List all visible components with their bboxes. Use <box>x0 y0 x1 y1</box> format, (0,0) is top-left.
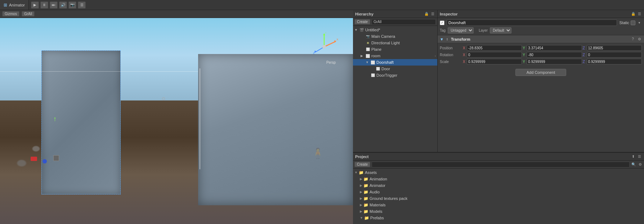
pos-z-input[interactable] <box>587 45 642 51</box>
ground-textures-arrow: ▶ <box>360 197 362 200</box>
hierarchy-create-btn[interactable]: Create <box>354 19 370 24</box>
all-button[interactable]: GrAll <box>22 11 35 17</box>
project-icon2[interactable]: ☰ <box>637 154 642 159</box>
top-bar: ⊞ Animator ▶ ⏸ ⏭ 🔊 📷 ☰ <box>0 0 644 10</box>
toolbar-btn-5[interactable]: 📷 <box>68 1 76 9</box>
project-item-materials[interactable]: ▶ 📁 Materials <box>353 202 644 208</box>
pos-y-input[interactable] <box>527 45 582 51</box>
pos-y-field: Y <box>523 45 582 51</box>
animation-arrow: ▶ <box>360 177 362 181</box>
rot-z-input[interactable] <box>587 52 642 58</box>
hierarchy-menu-icon[interactable]: ☰ <box>430 12 435 17</box>
project-search-icon[interactable]: 🔍 <box>631 162 636 167</box>
transform-component-header[interactable]: ▼ ↕ Transform ? ⚙ <box>438 35 644 43</box>
project-item-audio[interactable]: ▶ 📁 Audio <box>353 189 644 195</box>
toolbar-btn-4[interactable]: 🔊 <box>59 1 67 9</box>
object-active-checkbox[interactable]: ✓ <box>440 21 444 25</box>
hierarchy-item-room[interactable]: ▶ ⬜ room › <box>353 53 437 59</box>
hierarchy-item-main-camera[interactable]: 📷 Main Camera <box>353 33 437 40</box>
static-label: Static <box>619 21 629 25</box>
obj-blue <box>43 159 47 163</box>
scale-z-input[interactable] <box>587 59 642 64</box>
animator-tab-label: Animator <box>9 3 25 7</box>
project-item-animator[interactable]: ▶ 📁 Animator <box>353 182 644 189</box>
gizmos-button[interactable]: Gizmos <box>2 11 19 17</box>
project-item-models[interactable]: ▶ 📁 Models <box>353 208 644 215</box>
tag-select[interactable]: Untagged <box>448 27 474 33</box>
position-row: Position X Y Z <box>440 45 642 51</box>
tag-layer-row: Tag Untagged Layer Default <box>440 27 642 33</box>
static-dropdown-icon[interactable]: ▼ <box>637 20 642 25</box>
scene-panel: Gizmos GrAll ↑ 🧍 <box>0 10 353 224</box>
right-panels: Hierarchy 🔒 ☰ Create ▼ 🎬 Untitled* <box>353 10 644 224</box>
scale-y-input[interactable] <box>527 59 582 64</box>
animator-tab[interactable]: ⊞ Animator <box>0 0 29 10</box>
transform-gizmo[interactable]: Y X Z <box>310 32 339 61</box>
toolbar-btn-6[interactable]: ☰ <box>78 1 86 9</box>
pos-x-field: X <box>463 45 522 51</box>
toolbar-btn-3[interactable]: ⏭ <box>50 1 58 9</box>
move-arrow-up: ↑ <box>53 115 57 123</box>
project-content: ▼ 📁 Assets ▶ 📁 Animation ▶ 📁 Animator <box>353 169 644 224</box>
inspector-lock-icon[interactable]: 🔒 <box>631 12 636 17</box>
pos-y-letter: Y <box>523 46 526 50</box>
doorshaft-label: Doorshaft <box>376 60 394 64</box>
static-checkbox[interactable] <box>631 21 635 25</box>
project-title: Project <box>355 154 368 159</box>
project-item-animation[interactable]: ▶ 📁 Animation <box>353 176 644 182</box>
inspector-menu-icon[interactable]: ☰ <box>637 12 642 17</box>
prefabs-folder-icon: 📁 <box>364 216 369 220</box>
project-icon1[interactable]: ⬆ <box>631 154 636 159</box>
toolbar-btn-2[interactable]: ⏸ <box>40 1 48 9</box>
animator-arrow: ▶ <box>360 184 362 187</box>
assets-arrow: ▼ <box>354 171 358 174</box>
hierarchy-title: Hierarchy <box>355 12 374 16</box>
project-create-btn[interactable]: Create <box>354 162 370 167</box>
pos-z-field: Z <box>583 45 642 51</box>
hierarchy-root[interactable]: ▼ 🎬 Untitled* <box>353 27 437 33</box>
object-name-field[interactable] <box>447 19 617 26</box>
persp-label: Persp <box>326 61 336 64</box>
ghost-figure: 🧍 <box>312 147 324 159</box>
door-label: Door <box>381 67 390 71</box>
hierarchy-item-doorshaft[interactable]: ▼ ⬜ Doorshaft <box>353 59 437 66</box>
root-folder-icon: 🎬 <box>359 27 364 32</box>
layer-select[interactable]: Default <box>490 27 511 33</box>
transform-settings-icon[interactable]: ⚙ <box>637 37 642 41</box>
inspector-panel: Inspector 🔒 ☰ ✓ Static ▼ <box>438 10 644 152</box>
svg-text:Z: Z <box>313 51 315 55</box>
transform-question-icon[interactable]: ? <box>630 37 635 41</box>
hierarchy-lock-icon[interactable]: 🔒 <box>424 12 429 17</box>
toolbar-btn-1[interactable]: ▶ <box>31 1 39 9</box>
main-layout: Gizmos GrAll ↑ 🧍 <box>0 10 644 224</box>
transform-fields: Position X Y Z <box>438 43 644 67</box>
hierarchy-toolbar: Create <box>353 18 437 26</box>
pos-z-letter: Z <box>583 46 586 50</box>
scale-x-input[interactable] <box>467 59 522 64</box>
project-item-ground-textures[interactable]: ▶ 📁 Ground textures pack <box>353 195 644 202</box>
project-item-prefabs[interactable]: ▼ 📁 Prefabs <box>353 215 644 221</box>
rot-y-input[interactable] <box>527 52 582 58</box>
inspector-title: Inspector <box>440 12 458 16</box>
doorshaft-icon: ⬜ <box>370 60 375 65</box>
hierarchy-item-directional-light[interactable]: ☀ Directional Light <box>353 40 437 46</box>
models-arrow: ▶ <box>360 210 362 213</box>
hierarchy-panel: Hierarchy 🔒 ☰ Create ▼ 🎬 Untitled* <box>353 10 438 152</box>
transform-collapse-arrow: ▼ <box>440 37 444 41</box>
hierarchy-item-plane[interactable]: ⬜ Plane <box>353 46 437 53</box>
assets-folder-icon: 📁 <box>359 170 364 175</box>
scene-viewport[interactable]: ↑ 🧍 <box>0 18 353 224</box>
materials-label: Materials <box>370 203 386 207</box>
pos-x-input[interactable] <box>467 45 522 51</box>
project-search-input[interactable] <box>372 162 630 167</box>
hierarchy-item-doortrigger[interactable]: ⬜ DoorTrigger <box>353 72 437 79</box>
hierarchy-item-door[interactable]: ⬜ Door <box>353 66 437 72</box>
hierarchy-search[interactable] <box>372 19 436 25</box>
add-component-button[interactable]: Add Component <box>515 69 567 76</box>
project-filter-icon[interactable]: ⚙ <box>638 162 643 167</box>
root-label: Untitled* <box>365 28 380 32</box>
rot-x-input[interactable] <box>467 52 522 58</box>
scale-z-letter: Z <box>583 60 586 64</box>
trigger-icon: ⬜ <box>370 73 375 78</box>
project-assets-root[interactable]: ▼ 📁 Assets <box>353 169 644 176</box>
